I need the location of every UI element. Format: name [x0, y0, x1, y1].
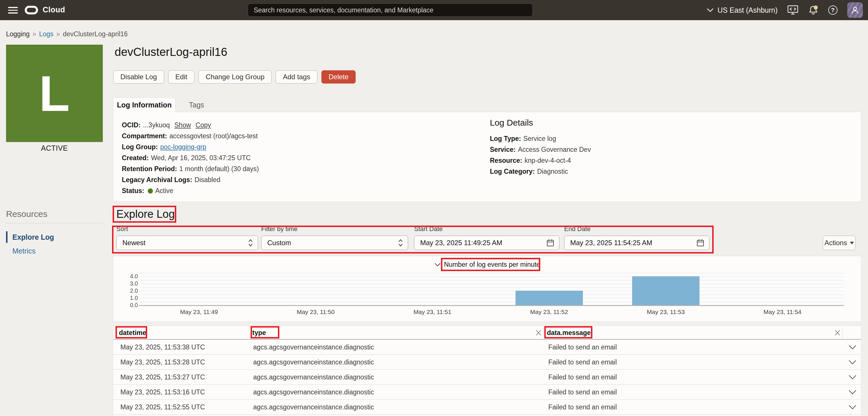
breadcrumb-logs[interactable]: Logs [39, 30, 54, 38]
remove-type-column-icon[interactable] [535, 329, 542, 337]
column-header-datetime[interactable]: datetime [119, 326, 146, 340]
log-category-row: Log Category:Diagnostic [490, 168, 591, 175]
log-events-chart-card: Number of log events per minute 4.03.02.… [113, 256, 861, 322]
log-row[interactable]: May 23, 2025, 11:53:28 UTC agcs.agcsgove… [113, 355, 861, 369]
sidebar-item-label: Explore Log [12, 233, 54, 241]
expand-row-icon[interactable] [848, 375, 857, 381]
end-date-group: End Date May 23, 2025 11:54:25 AM [564, 225, 709, 250]
log-group-link[interactable]: poc-logging-grp [160, 143, 206, 151]
filter-by-time-group: Filter by time Custom [261, 225, 408, 250]
end-date-label: End Date [564, 225, 709, 233]
log-information-fields: OCID:...3ykuoqShowCopy Compartment:acces… [122, 122, 259, 198]
created-row: Created:Wed, Apr 16, 2025, 03:47:25 UTC [122, 154, 259, 161]
log-details-section: Log Details Log Type:Service log Service… [490, 118, 591, 179]
log-row[interactable]: May 23, 2025, 11:53:27 UTC agcs.agcsgove… [113, 369, 861, 385]
log-details-heading: Log Details [490, 118, 591, 128]
sidebar-item-metrics[interactable]: Metrics [6, 244, 103, 258]
divider [6, 223, 103, 223]
chart-gridline [140, 280, 844, 280]
log-type-row: Log Type:Service log [490, 135, 591, 142]
show-link[interactable]: Show [175, 121, 191, 129]
log-group-row: Log Group:poc-logging-grp [122, 144, 259, 151]
tab-tags[interactable]: Tags [176, 97, 217, 112]
expand-row-icon[interactable] [848, 360, 857, 366]
log-avatar: L [6, 44, 103, 142]
menu-icon[interactable] [8, 7, 18, 14]
y-axis-tick-label: 3.0 [113, 280, 138, 287]
chart-plot: 4.03.02.01.00.0May 23, 11:49May 23, 11:5… [113, 256, 861, 322]
sidebar-item-explore-log[interactable]: Explore Log [6, 230, 103, 244]
log-row[interactable]: May 23, 2025, 11:53:16 UTC agcs.agcsgove… [113, 385, 861, 399]
add-tags-button[interactable]: Add tags [276, 70, 317, 84]
chart-gridline [140, 294, 844, 295]
explore-log-heading: Explore Log [116, 208, 175, 220]
log-table-header: datetime type data.message [113, 326, 861, 340]
oracle-logo-icon [25, 6, 38, 14]
change-log-group-button[interactable]: Change Log Group [198, 70, 272, 84]
brand-label: Cloud [42, 5, 65, 14]
region-label: US East (Ashburn) [718, 6, 778, 14]
select-chevrons-icon [248, 239, 253, 247]
calendar-icon [546, 239, 554, 247]
status-label: ACTIVE [6, 144, 103, 152]
edit-button[interactable]: Edit [168, 70, 194, 84]
resource-row: Resource:knp-dev-4-oct-4 [490, 157, 591, 164]
disable-log-button[interactable]: Disable Log [113, 70, 164, 84]
log-row[interactable]: May 23, 2025, 11:52:55 UTC agcs.agcsgove… [113, 399, 861, 415]
x-axis-tick-label: May 23, 11:51 [398, 308, 467, 316]
copy-link[interactable]: Copy [195, 121, 211, 129]
search-input[interactable] [248, 3, 533, 17]
actions-button[interactable]: Actions [823, 236, 856, 250]
chart-gridline [140, 302, 844, 302]
x-axis-tick-label: May 23, 11:52 [515, 308, 584, 316]
breadcrumb-logging[interactable]: Logging [6, 30, 30, 38]
log-table: datetime type data.message May 23, 2025,… [113, 326, 861, 416]
ocid-row: OCID:...3ykuoqShowCopy [122, 122, 259, 129]
end-date-input[interactable]: May 23, 2025 11:54:25 AM [564, 236, 709, 250]
user-avatar[interactable] [847, 2, 863, 18]
page-title: devClusterLog-april16 [115, 46, 227, 58]
tab-log-information[interactable]: Log Information [113, 97, 176, 112]
start-date-input[interactable]: May 23, 2025 11:49:25 AM [414, 236, 559, 250]
chart-gridline [140, 287, 844, 288]
select-chevrons-icon [398, 239, 403, 247]
log-information-panel: OCID:...3ykuoqShowCopy Compartment:acces… [113, 112, 861, 202]
start-date-group: Start Date May 23, 2025 11:49:25 AM [414, 225, 559, 250]
chart-gridline [140, 284, 844, 284]
chart-bar[interactable] [632, 276, 700, 305]
retention-row: Retention Period:1 month (default) (30 d… [122, 166, 259, 173]
topbar-right: US East (Ashburn) ? [707, 0, 863, 20]
region-selector[interactable]: US East (Ashburn) [707, 6, 778, 14]
x-axis-line [139, 305, 844, 306]
breadcrumb-separator: » [33, 30, 36, 38]
notification-dot [814, 5, 818, 9]
cloud-shell-icon[interactable] [787, 5, 798, 15]
status-row: Status:Active [122, 187, 259, 195]
expand-row-icon[interactable] [848, 345, 857, 351]
notifications-icon[interactable] [808, 5, 818, 15]
breadcrumb-separator: » [57, 30, 60, 38]
sort-select[interactable]: Newest [116, 236, 258, 250]
chart-bar[interactable] [516, 291, 583, 305]
y-axis-tick-label: 1.0 [113, 294, 138, 301]
breadcrumb: Logging » Logs » devClusterLog-april16 [6, 30, 128, 38]
expand-row-icon[interactable] [848, 390, 857, 396]
help-icon[interactable]: ? [828, 5, 837, 15]
service-row: Service:Access Governance Dev [490, 146, 591, 153]
start-date-label: Start Date [414, 225, 559, 233]
detail-tabs: Log Information Tags [113, 97, 217, 112]
column-header-data-message[interactable]: data.message [547, 326, 591, 340]
chart-gridline [140, 298, 844, 298]
column-header-type[interactable]: type [252, 326, 266, 340]
column-divider [842, 328, 842, 338]
person-icon [850, 5, 860, 15]
delete-button[interactable]: Delete [321, 70, 356, 84]
log-avatar-letter: L [39, 68, 70, 119]
chart-gridline [140, 276, 844, 277]
expand-row-icon[interactable] [848, 405, 857, 411]
filter-by-time-label: Filter by time [261, 225, 408, 233]
filter-by-time-select[interactable]: Custom [261, 236, 408, 250]
remove-message-column-icon[interactable] [834, 329, 841, 337]
action-button-row: Disable Log Edit Change Log Group Add ta… [113, 70, 356, 84]
log-row[interactable]: May 23, 2025, 11:53:38 UTC agcs.agcsgove… [113, 340, 861, 355]
